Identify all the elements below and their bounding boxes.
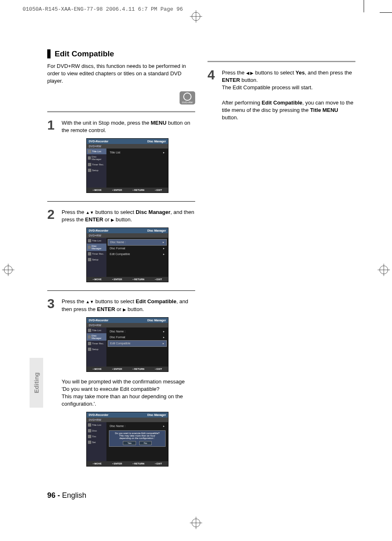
side-tab-editing: Editing [30,358,43,408]
dvd-rw-badge: DVD+RW [47,91,195,105]
main-disc-format: Disc Format▸ [108,334,167,340]
sidebar-timer-rec: Timer Rec. [87,341,106,346]
section-title: Edit Compatible [47,49,195,58]
step-number: 2 [47,208,58,221]
main-disc-format: Disc Format▸ [108,246,167,251]
step-3: 3 Press the ▲▼ buttons to select Edit Co… [47,297,195,313]
sidebar-setup: Setup [87,346,106,352]
divider [47,111,195,112]
crop-mark-top [190,10,202,24]
left-column: Edit Compatible For DVD+RW discs, this f… [47,49,195,473]
step-number: 4 [208,68,218,81]
screen-footer: MOVEENTERRETURNEXIT [87,188,168,193]
sidebar-disc-manager: Disc Manager [87,244,106,251]
sidebar-title-list: Title List [87,327,106,333]
corner-line [380,12,392,13]
sidebar-setup: Setup [87,167,106,173]
right-column: 4 Press the ◀ ▶ buttons to select Yes, a… [208,49,355,125]
screenshot-4: DVD-RecorderDisc Manager DVD+RW Title Li… [86,412,168,467]
step-number: 3 [47,297,58,310]
screen-footer: MOVEENTERRETURNEXIT [87,367,168,372]
sidebar-disc-manager: Disc Manager [87,154,106,162]
main-disc-name: Disc Name :▸ [108,329,167,334]
intro-text: For DVD+RW discs, this function needs to… [47,63,195,85]
section-heading: Edit Compatible [55,49,114,58]
step-text: With the unit in Stop mode, press the ME… [62,118,195,134]
yes-button: Yes [123,441,136,445]
page-footer: 96 - English [47,491,86,500]
sidebar-disc-manager: Disc Manager [87,333,106,341]
main-title-list: Title List▸ [108,150,167,156]
divider [47,290,195,291]
screenshot-1: DVD-RecorderDisc Manager DVD+RW Title Li… [86,138,168,193]
main-edit-compatible: Edit Compatible▸ [108,251,167,257]
step-text: Press the ◀ ▶ buttons to select Yes, and… [222,68,355,121]
step-text: Press the ▲▼ buttons to select Edit Comp… [62,297,195,313]
divider [47,201,195,202]
sidebar-title-list: Title List [87,238,106,244]
screen-footer: MOVEENTERRETURNEXIT [87,277,168,282]
screen-footer: MOVEENTERRETURNEXIT [87,461,168,466]
sidebar-tim: Tim [87,434,106,439]
step-text: Press the ▲▼ buttons to select Disc Mana… [62,208,195,223]
screenshot-3: DVD-RecorderDisc Manager DVD+RW Title Li… [86,317,168,372]
sidebar-title-list: Title List [87,149,106,154]
main-disc-name: Disc Name :▸ [108,239,167,246]
screenshot-2: DVD-RecorderDisc Manager DVD+RW Title Li… [86,228,168,282]
step-number: 1 [47,118,58,132]
sidebar-set: Set [87,439,106,445]
section-bar-icon [47,49,51,58]
disc-icon: DVD+RW [180,91,195,104]
sidebar-disc: Disc [87,428,106,434]
crop-mark-bottom [190,517,202,531]
up-down-icon: ▲▼ [86,300,94,304]
sidebar-title-list: Title List [87,422,106,428]
divider [208,61,355,62]
sidebar-timer-rec: Timer Rec. [87,251,106,257]
corner-line [364,0,364,12]
pdf-header: 01050A-R145-XAA-ENG-77-98 2006.4.11 6:7 … [23,6,183,12]
left-right-icon: ◀ ▶ [246,71,254,75]
no-button: No [139,441,152,445]
crop-mark-left [2,264,14,278]
step-2: 2 Press the ▲▼ buttons to select Disc Ma… [47,208,195,223]
confirmation-dialog: Do you want to execute Edit compatible? … [109,430,166,447]
main-disc-name: Disc Name :▸ [108,423,167,429]
right-icon: ▶ [111,218,114,222]
confirmation-text: You will be prompted with the confirmati… [62,378,195,408]
main-edit-compatible: Edit Compatible▸ [108,340,167,347]
crop-mark-right [378,264,390,278]
step-4: 4 Press the ◀ ▶ buttons to select Yes, a… [208,68,355,121]
page-content: Edit Compatible For DVD+RW discs, this f… [47,49,355,473]
right-icon: ▶ [123,307,126,312]
step-1: 1 With the unit in Stop mode, press the … [47,118,195,134]
sidebar-timer-rec: Timer Rec. [87,162,106,167]
sidebar-setup: Setup [87,257,106,262]
up-down-icon: ▲▼ [86,210,94,215]
